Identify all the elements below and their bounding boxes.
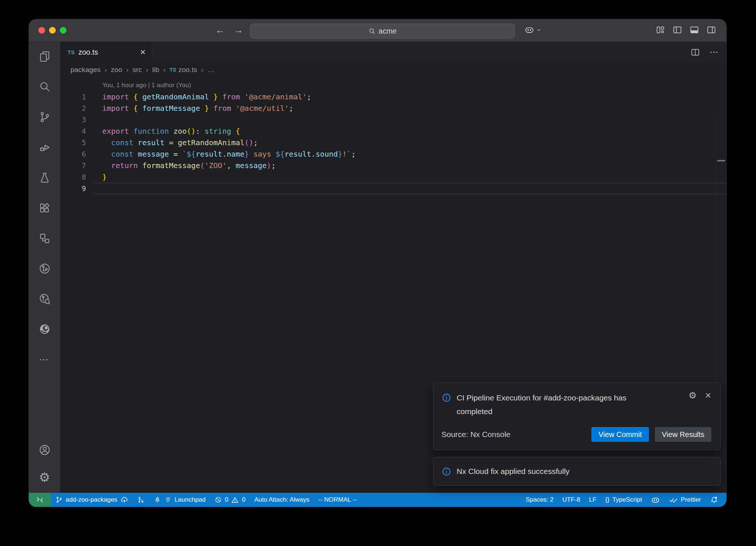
notification-toast-nx-cloud: Nx Cloud fix applied successfully [433, 457, 721, 486]
branch-status-item[interactable]: add-zoo-packages [51, 493, 133, 507]
gitlens-blame-annotation: You, 1 hour ago | 1 author (You) [102, 82, 726, 91]
code-line-content: return formatMessage('ZOO', message); [86, 160, 276, 171]
typescript-file-icon: TS [68, 49, 75, 55]
view-commit-button[interactable]: View Commit [591, 427, 649, 442]
language-mode-status-item[interactable]: {} TypeScript [601, 493, 647, 507]
search-icon[interactable] [36, 78, 54, 96]
explorer-icon[interactable] [36, 48, 54, 65]
tab-zoo-ts[interactable]: TS zoo.ts ✕ [60, 42, 152, 62]
search-value: acme [379, 27, 397, 35]
copilot-icon [651, 495, 660, 505]
typescript-file-icon: TS [169, 67, 176, 73]
toggle-secondary-sidebar-icon[interactable] [707, 25, 716, 35]
notification-center: CI Pipeline Execution for #add-zoo-packa… [433, 382, 721, 486]
breadcrumb-separator-icon: › [163, 66, 165, 74]
notification-close-icon[interactable]: ✕ [705, 391, 711, 400]
close-window-button[interactable] [38, 27, 45, 34]
problems-status-item[interactable]: 0 0 [210, 493, 250, 507]
encoding-status-item[interactable]: UTF-8 [558, 493, 585, 507]
split-editor-icon[interactable] [691, 48, 700, 57]
notification-settings-gear-icon[interactable]: ⚙ [688, 391, 697, 400]
line-number: 5 [60, 137, 86, 149]
settings-gear-icon[interactable]: ⚙ [36, 468, 54, 486]
edge-browser-icon[interactable] [36, 320, 54, 338]
more-actions-icon[interactable]: ⋯ [709, 47, 718, 57]
toggle-primary-sidebar-icon[interactable] [673, 25, 682, 35]
zoom-window-button[interactable] [60, 27, 66, 34]
command-center-search[interactable]: acme [250, 24, 515, 38]
prettier-status-item[interactable]: Prettier [664, 493, 705, 507]
breadcrumb: packages›zoo›src›lib›TSzoo.ts›… [60, 62, 726, 77]
source-control-icon[interactable] [36, 108, 54, 126]
warning-icon [231, 496, 239, 504]
run-and-debug-icon[interactable] [36, 139, 54, 156]
remote-indicator[interactable] [29, 493, 51, 507]
copilot-icon [524, 25, 535, 35]
status-bar: add-zoo-packages Launchpad [29, 493, 726, 507]
code-line[interactable]: 3 [60, 114, 726, 126]
forward-arrow-icon[interactable]: → [234, 24, 243, 36]
breadcrumb-item[interactable]: … [207, 66, 214, 74]
code-line[interactable]: 1import { getRandomAnimal } from '@acme/… [60, 91, 726, 103]
code-line[interactable]: 7 return formatMessage('ZOO', message); [60, 160, 726, 171]
code-line-content: import { getRandomAnimal } from '@acme/a… [86, 91, 311, 103]
bell-icon [710, 496, 718, 504]
more-actions-icon[interactable]: ⋯ [36, 351, 54, 368]
gitlens-inspect-icon[interactable] [36, 290, 54, 308]
breadcrumb-item[interactable]: lib [152, 66, 159, 74]
code-line-content [86, 183, 102, 194]
activity-bar: ⋯ ⚙ [29, 42, 60, 493]
code-line[interactable]: 4export function zoo(): string { [60, 126, 726, 137]
eol-status-item[interactable]: LF [585, 493, 601, 507]
vscode-window: ← → acme [29, 19, 726, 507]
view-results-button[interactable]: View Results [655, 427, 711, 442]
notifications-bell-item[interactable] [705, 493, 723, 507]
indentation-status-item[interactable]: Spaces: 2 [521, 493, 558, 507]
vim-mode-status-item[interactable]: -- NORMAL -- [314, 493, 361, 507]
tab-close-icon[interactable]: ✕ [140, 48, 146, 57]
line-number: 1 [60, 91, 86, 103]
copilot-menu[interactable] [524, 25, 542, 35]
launchpad-status-item[interactable]: Launchpad [149, 493, 210, 507]
tab-bar: TS zoo.ts ✕ ⋯ [60, 42, 726, 62]
account-icon[interactable] [36, 441, 54, 459]
notification-message: CI Pipeline Execution for #add-zoo-packa… [457, 391, 641, 418]
error-icon [214, 496, 222, 504]
copilot-status-item[interactable] [646, 493, 664, 507]
code-line-content: import { formatMessage } from '@acme/uti… [86, 103, 293, 114]
code-line[interactable]: 2import { formatMessage } from '@acme/ut… [60, 103, 726, 114]
code-line[interactable]: 6 const message = `${result.name} says $… [60, 149, 726, 160]
breadcrumb-item[interactable]: zoo [111, 66, 122, 74]
layout-controls [656, 25, 716, 35]
line-number: 4 [60, 126, 86, 137]
nx-console-icon[interactable] [36, 229, 54, 247]
breadcrumb-item[interactable]: packages [71, 66, 100, 74]
history-nav: ← → [215, 24, 243, 36]
search-icon [368, 28, 375, 35]
breadcrumb-item[interactable]: TSzoo.ts [169, 66, 197, 74]
code-line[interactable]: 9 [60, 183, 726, 194]
extensions-icon[interactable] [36, 199, 54, 217]
breadcrumb-separator-icon: › [104, 66, 107, 74]
plug-icon [164, 496, 172, 504]
code-line-content: } [86, 171, 107, 183]
code-line-content: export function zoo(): string { [86, 126, 240, 137]
info-icon [441, 467, 451, 477]
toggle-panel-icon[interactable] [690, 25, 699, 35]
notification-message: Nx Cloud fix applied successfully [457, 467, 570, 476]
code-line-content: const message = `${result.name} says ${r… [86, 149, 355, 160]
gitlens-icon[interactable] [36, 260, 54, 277]
editor-actions: ⋯ [691, 42, 726, 62]
minimize-window-button[interactable] [49, 27, 56, 34]
customize-layout-icon[interactable] [656, 25, 665, 35]
testing-icon[interactable] [36, 169, 54, 187]
back-arrow-icon[interactable]: ← [215, 24, 225, 36]
auto-attach-status-item[interactable]: Auto Attach: Always [250, 493, 314, 507]
code-line-content: const result = getRandomAnimal(); [86, 137, 258, 149]
line-number: 9 [60, 183, 86, 194]
code-line[interactable]: 5 const result = getRandomAnimal(); [60, 137, 726, 149]
commit-graph-status-item[interactable] [133, 493, 149, 507]
breadcrumb-item[interactable]: src [133, 66, 142, 74]
code-line[interactable]: 8} [60, 171, 726, 183]
tab-title: zoo.ts [78, 48, 98, 57]
